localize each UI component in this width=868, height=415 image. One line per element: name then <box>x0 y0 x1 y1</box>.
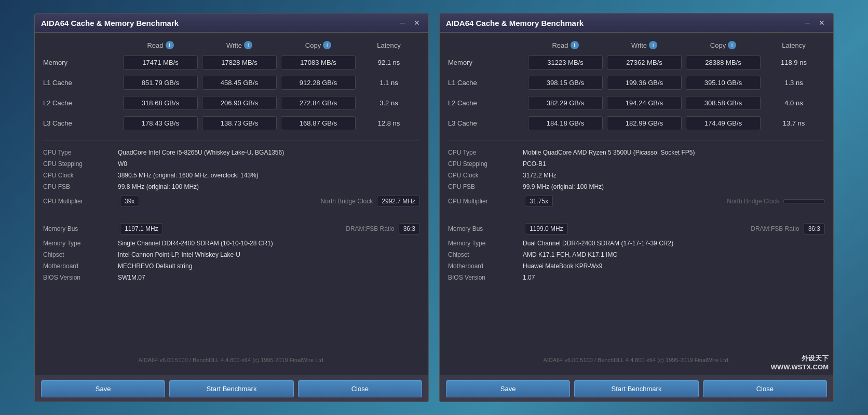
right-window: AIDA64 Cache & Memory Benchmark ─ ✕ Read… <box>439 13 834 402</box>
right-read-col-header: Read i <box>526 41 605 49</box>
left-l2-latency: 3.2 ns <box>358 99 420 107</box>
left-multiplier-label: CPU Multiplier <box>43 196 116 206</box>
left-content: Read i Write i Copy i Latency <box>35 33 428 376</box>
right-bios-value: 1.07 <box>521 272 825 283</box>
right-title-bar: AIDA64 Cache & Memory Benchmark ─ ✕ <box>440 13 833 33</box>
left-chipset-label: Chipset <box>43 250 116 260</box>
right-memory-copy: 28388 MB/s <box>686 56 761 70</box>
right-l2-copy: 308.58 GB/s <box>686 96 761 110</box>
right-memory-read: 31223 MB/s <box>528 56 603 70</box>
left-save-button[interactable]: Save <box>41 380 165 397</box>
right-memory-row: Memory 31223 MB/s 27362 MB/s 28388 MB/s … <box>448 56 825 70</box>
right-cpu-type-value: Mobile QuadCore AMD Ryzen 5 3500U (Picas… <box>521 147 825 158</box>
left-l1-row: L1 Cache 851.79 GB/s 458.45 GB/s 912.28 … <box>43 76 420 90</box>
right-l3-label: L3 Cache <box>448 119 526 127</box>
left-memtype-label: Memory Type <box>43 238 116 248</box>
right-bios-label: BIOS Version <box>448 272 521 283</box>
left-cpu-clock-value: 3890.5 MHz (original: 1600 MHz, overcloc… <box>116 170 420 181</box>
left-cpu-stepping-label: CPU Stepping <box>43 159 116 169</box>
right-l3-copy: 174.49 GB/s <box>686 116 761 130</box>
right-latency-col-header: Latency <box>763 42 825 49</box>
right-window-title: AIDA64 Cache & Memory Benchmark <box>446 19 584 27</box>
left-minimize-button[interactable]: ─ <box>397 18 408 28</box>
right-l2-latency: 4.0 ns <box>763 99 825 107</box>
right-benchmark-button[interactable]: Start Benchmark <box>574 380 698 397</box>
right-close-button[interactable]: ✕ <box>817 18 827 28</box>
right-minimize-button[interactable]: ─ <box>802 18 812 28</box>
left-bios-label: BIOS Version <box>43 272 116 283</box>
left-l3-read: 178.43 GB/s <box>123 116 198 130</box>
left-cpu-info: CPU Type QuadCore Intel Core i5-8265U (W… <box>43 147 420 192</box>
right-title-controls: ─ ✕ <box>802 18 827 28</box>
left-l1-read: 851.79 GB/s <box>123 76 198 90</box>
left-title-controls: ─ ✕ <box>397 18 422 28</box>
right-copy-info-icon[interactable]: i <box>728 41 736 49</box>
right-cpu-clock-label: CPU Clock <box>448 170 521 181</box>
right-chipset-label: Chipset <box>448 250 521 260</box>
right-chipset-value: AMD K17.1 FCH, AMD K17.1 IMC <box>521 250 825 260</box>
left-title-bar: AIDA64 Cache & Memory Benchmark ─ ✕ <box>35 13 428 33</box>
right-multiplier-label: CPU Multiplier <box>448 196 521 206</box>
left-read-col-header: Read i <box>121 41 200 49</box>
left-l3-copy: 168.87 GB/s <box>281 116 356 130</box>
right-nb-clock-value <box>783 199 825 203</box>
right-l3-write: 182.99 GB/s <box>607 116 682 130</box>
left-read-info-icon[interactable]: i <box>166 41 174 49</box>
right-cpu-info: CPU Type Mobile QuadCore AMD Ryzen 5 350… <box>448 147 825 192</box>
right-cpu-stepping-value: PCO-B1 <box>521 159 825 169</box>
left-l1-write: 458.45 GB/s <box>202 76 277 90</box>
left-l3-latency: 12.8 ns <box>358 119 420 127</box>
right-mobo-label: Motherboard <box>448 261 521 271</box>
right-save-button[interactable]: Save <box>446 380 570 397</box>
left-memtype-value: Single Channel DDR4-2400 SDRAM (10-10-10… <box>116 238 420 248</box>
left-close-button[interactable]: Close <box>298 380 422 397</box>
right-l1-write: 199.36 GB/s <box>607 76 682 90</box>
right-l2-row: L2 Cache 382.29 GB/s 194.24 GB/s 308.58 … <box>448 96 825 110</box>
right-membus-row: Memory Bus 1199.0 MHz DRAM:FSB Ratio 36:… <box>448 223 825 234</box>
right-membus-value: 1199.0 MHz <box>525 223 568 234</box>
left-bench-header: Read i Write i Copy i Latency <box>43 41 420 49</box>
right-l1-row: L1 Cache 398.15 GB/s 199.36 GB/s 395.10 … <box>448 76 825 90</box>
left-membus-value: 1197.1 MHz <box>120 223 163 234</box>
right-membus-label: Memory Bus <box>448 224 521 234</box>
right-l2-label: L2 Cache <box>448 99 526 107</box>
right-button-bar: Save Start Benchmark Close <box>440 376 833 402</box>
right-content: Read i Write i Copy i Latency <box>440 33 833 376</box>
left-mobo-label: Motherboard <box>43 261 116 271</box>
right-l2-write: 194.24 GB/s <box>607 96 682 110</box>
right-memory-label: Memory <box>448 59 526 66</box>
right-read-info-icon[interactable]: i <box>571 41 579 49</box>
left-nb-clock-label: North Bridge Clock <box>321 196 373 206</box>
right-l1-latency: 1.3 ns <box>763 79 825 87</box>
left-close-button[interactable]: ✕ <box>412 18 422 28</box>
right-memtype-value: Dual Channel DDR4-2400 SDRAM (17-17-17-3… <box>521 238 825 248</box>
right-l2-read: 382.29 GB/s <box>528 96 603 110</box>
left-window-title: AIDA64 Cache & Memory Benchmark <box>41 19 179 27</box>
left-write-info-icon[interactable]: i <box>244 41 252 49</box>
left-benchmark-button[interactable]: Start Benchmark <box>169 380 293 397</box>
left-bios-value: SW1M.07 <box>116 272 420 283</box>
left-memory-write: 17828 MB/s <box>202 56 277 70</box>
left-memory-row: Memory 17471 MB/s 17828 MB/s 17083 MB/s … <box>43 56 420 70</box>
left-button-bar: Save Start Benchmark Close <box>35 376 428 402</box>
left-l3-write: 138.73 GB/s <box>202 116 277 130</box>
left-copy-info-icon[interactable]: i <box>323 41 331 49</box>
right-close-button[interactable]: Close <box>703 380 827 397</box>
left-memory-read: 17471 MB/s <box>123 56 198 70</box>
left-cpu-type-value: QuadCore Intel Core i5-8265U (Whiskey La… <box>116 147 420 158</box>
left-cpu-type-label: CPU Type <box>43 147 116 158</box>
left-sys-info: Memory Type Single Channel DDR4-2400 SDR… <box>43 238 420 283</box>
right-cpu-fsb-value: 99.9 MHz (original: 100 MHz) <box>521 182 825 192</box>
right-footer: AIDA64 v6.00.5100 / BenchDLL 4.4.800-x64… <box>448 351 825 367</box>
left-membus-label: Memory Bus <box>43 224 116 234</box>
right-cpu-fsb-label: CPU FSB <box>448 182 521 192</box>
right-bench-header: Read i Write i Copy i Latency <box>448 41 825 49</box>
right-l3-latency: 13.7 ns <box>763 119 825 127</box>
right-l3-row: L3 Cache 184.18 GB/s 182.99 GB/s 174.49 … <box>448 116 825 130</box>
right-write-col-header: Write i <box>605 41 684 49</box>
right-write-info-icon[interactable]: i <box>649 41 657 49</box>
left-latency-col-header: Latency <box>358 42 420 49</box>
left-memory-label: Memory <box>43 59 121 66</box>
right-l1-label: L1 Cache <box>448 79 526 87</box>
left-multiplier-row: CPU Multiplier 39x North Bridge Clock 29… <box>43 196 420 207</box>
